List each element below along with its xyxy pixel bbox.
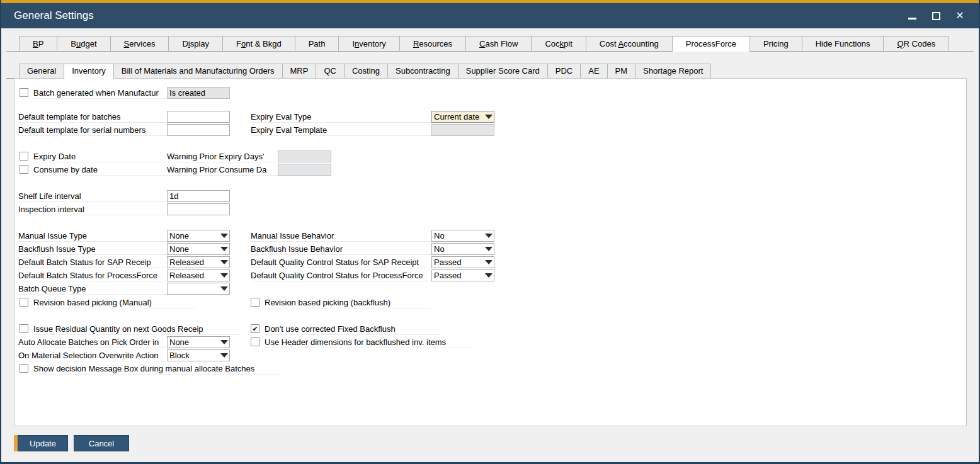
show-decision-label: Show decision Message Box during manual … — [33, 363, 279, 375]
expiry-eval-template-field — [431, 124, 494, 136]
cancel-button[interactable]: Cancel — [74, 435, 129, 451]
expiry-date-checkbox[interactable] — [20, 152, 28, 161]
window-controls: ✕ — [907, 11, 979, 21]
default-qc-status-pf-label: Default Quality Control Status for Proce… — [251, 270, 431, 281]
chevron-down-icon — [485, 260, 493, 264]
dont-use-corrected-label: Don't use corrected Fixed Backflush — [265, 324, 441, 335]
subtab-general[interactable]: General — [19, 64, 64, 78]
tab-budget[interactable]: Budget — [57, 36, 110, 51]
revision-picking-manual-checkbox[interactable] — [20, 298, 28, 307]
general-settings-window: General Settings ✕ BP Budget Services Di… — [0, 0, 980, 464]
expiry-date-label: Expiry Date — [33, 151, 167, 162]
warning-prior-consume-field — [278, 164, 331, 176]
chevron-down-icon — [220, 260, 228, 264]
subtab-shortage-report[interactable]: Shortage Report — [635, 64, 711, 78]
overwrite-action-label: On Material Selection Overwrite Action — [18, 350, 167, 361]
default-qc-status-pf-select[interactable]: Passed — [431, 269, 494, 281]
chevron-down-icon — [220, 353, 228, 358]
chevron-down-icon — [485, 273, 493, 278]
consume-by-date-label: Consume by date — [33, 164, 167, 176]
backflush-issue-type-label: Backflush Issue Type — [18, 244, 167, 255]
subtab-costing[interactable]: Costing — [344, 64, 387, 78]
batch-generated-mode-field: Is created — [167, 87, 230, 99]
chevron-down-icon — [220, 247, 228, 251]
tab-path[interactable]: Path — [295, 36, 339, 51]
minimize-icon[interactable] — [907, 11, 917, 21]
default-batch-status-sap-label: Default Batch Status for SAP Receip — [18, 257, 167, 268]
batch-generated-label: Batch generated when Manufactur — [33, 88, 167, 99]
processforce-sub-tab-bar: General Inventory Bill of Materials and … — [6, 64, 964, 79]
auto-allocate-select[interactable]: None — [167, 336, 230, 348]
manual-issue-type-select[interactable]: None — [167, 230, 230, 242]
tab-font-bkgd[interactable]: Font & Bkgd — [222, 36, 295, 51]
inspection-interval-input[interactable] — [167, 203, 230, 215]
tab-cockpit[interactable]: Cockpit — [531, 36, 585, 51]
tab-processforce[interactable]: ProcessForce — [672, 36, 750, 52]
backflush-issue-type-select[interactable]: None — [167, 243, 230, 255]
shelf-life-interval-label: Shelf Life interval — [18, 191, 167, 202]
subtab-pdc[interactable]: PDC — [547, 64, 580, 78]
maximize-icon[interactable] — [931, 11, 941, 21]
default-template-batches-input[interactable] — [167, 111, 230, 123]
warning-prior-consume-label: Warning Prior Consume Da — [167, 164, 278, 176]
chevron-down-icon — [220, 286, 228, 291]
subtab-qc[interactable]: QC — [316, 64, 344, 78]
backflush-issue-behavior-label: Backflush Issue Behavior — [251, 244, 431, 255]
shelf-life-interval-input[interactable]: 1d — [167, 190, 230, 202]
chevron-down-icon — [485, 247, 493, 251]
default-batch-status-sap-select[interactable]: Released — [167, 256, 230, 268]
tab-bp[interactable]: BP — [19, 36, 57, 51]
subtab-bom-manufacturing-orders[interactable]: Bill of Materials and Manufacturing Orde… — [114, 64, 282, 78]
main-tab-bar: BP Budget Services Display Font & Bkgd P… — [6, 36, 974, 52]
use-header-dimensions-label: Use Header dimensions for backflushed in… — [265, 337, 472, 348]
chevron-down-icon — [220, 273, 228, 278]
subtab-inventory[interactable]: Inventory — [64, 64, 113, 79]
window-title: General Settings — [1, 9, 907, 22]
chevron-down-icon — [220, 340, 228, 344]
tab-cost-accounting[interactable]: Cost Accounting — [586, 36, 672, 51]
use-header-dimensions-checkbox[interactable] — [251, 337, 259, 346]
batch-queue-type-label: Batch Queue Type — [18, 283, 167, 295]
expiry-eval-type-label: Expiry Eval Type — [251, 111, 431, 123]
overwrite-action-select[interactable]: Block — [167, 349, 230, 361]
update-button[interactable]: Update — [18, 435, 68, 451]
tab-pricing[interactable]: Pricing — [750, 36, 802, 51]
dont-use-corrected-checkbox[interactable]: ✔ — [251, 324, 259, 333]
subtab-ae[interactable]: AE — [580, 64, 607, 78]
default-qc-status-sap-label: Default Quality Control Status for SAP R… — [251, 257, 431, 268]
show-decision-checkbox[interactable] — [20, 364, 28, 373]
titlebar[interactable]: General Settings ✕ — [1, 3, 979, 28]
subtab-mrp[interactable]: MRP — [282, 64, 316, 78]
subtab-supplier-score-card[interactable]: Supplier Score Card — [458, 64, 547, 78]
tab-inventory[interactable]: Inventory — [338, 36, 399, 51]
tab-resources[interactable]: Resources — [399, 36, 465, 51]
tab-cash-flow[interactable]: Cash Flow — [465, 36, 531, 51]
issue-residual-checkbox[interactable] — [20, 324, 28, 333]
tab-display[interactable]: Display — [168, 36, 222, 51]
revision-picking-backflush-label: Revision based picking (backflush) — [265, 297, 431, 308]
consume-by-date-checkbox[interactable] — [20, 165, 28, 174]
revision-picking-backflush-checkbox[interactable] — [251, 298, 259, 307]
revision-picking-manual-label: Revision based picking (Manual) — [33, 297, 197, 308]
subtab-pm[interactable]: PM — [607, 64, 635, 78]
batch-generated-checkbox[interactable] — [20, 88, 28, 97]
chevron-down-icon — [485, 115, 493, 119]
default-qc-status-sap-select[interactable]: Passed — [431, 256, 494, 268]
default-batch-status-pf-label: Default Batch Status for ProcessForce — [18, 270, 167, 281]
subtab-subcontracting[interactable]: Subcontracting — [387, 64, 458, 78]
batch-queue-type-select[interactable] — [167, 283, 230, 295]
tab-services[interactable]: Services — [110, 36, 169, 51]
default-batch-status-pf-select[interactable]: Released — [167, 269, 230, 281]
close-icon[interactable]: ✕ — [955, 11, 965, 21]
chevron-down-icon — [220, 234, 228, 238]
issue-residual-label: Issue Residual Quantity on next Goods Re… — [33, 324, 241, 335]
expiry-eval-type-select[interactable]: Current date — [431, 111, 494, 123]
auto-allocate-label: Auto Allocate Batches on Pick Order in — [18, 337, 167, 348]
chevron-down-icon — [485, 234, 493, 238]
manual-issue-behavior-select[interactable]: No — [431, 230, 494, 242]
tab-hide-functions[interactable]: Hide Functions — [802, 36, 884, 51]
tab-qr-codes[interactable]: QR Codes — [883, 36, 949, 51]
backflush-issue-behavior-select[interactable]: No — [431, 243, 494, 255]
default-template-serial-input[interactable] — [167, 124, 230, 136]
warning-prior-expiry-label: Warning Prior Expiry Days' — [167, 151, 278, 162]
